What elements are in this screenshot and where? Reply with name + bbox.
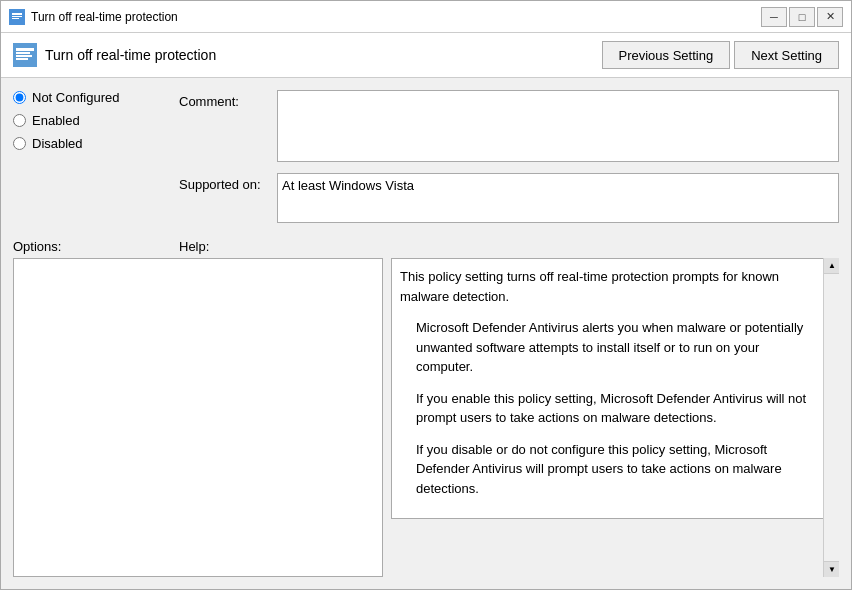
supported-field-row: Supported on: At least Windows Vista bbox=[179, 173, 839, 223]
svg-rect-8 bbox=[16, 58, 28, 60]
not-configured-label: Not Configured bbox=[32, 90, 119, 105]
minimize-button[interactable]: ─ bbox=[761, 7, 787, 27]
enabled-label: Enabled bbox=[32, 113, 80, 128]
not-configured-option[interactable]: Not Configured bbox=[13, 90, 163, 105]
scroll-track bbox=[824, 274, 839, 561]
dialog-title: Turn off real-time protection bbox=[45, 47, 216, 63]
right-fields-section: Comment: Supported on: At least Windows … bbox=[179, 90, 839, 223]
bottom-section: This policy setting turns off real-time … bbox=[1, 258, 851, 589]
title-bar: Turn off real-time protection ─ □ ✕ bbox=[1, 1, 851, 33]
header-icon bbox=[13, 43, 37, 67]
help-box: This policy setting turns off real-time … bbox=[391, 258, 839, 519]
comment-label: Comment: bbox=[179, 90, 269, 109]
help-paragraph-1: This policy setting turns off real-time … bbox=[400, 267, 818, 306]
section-labels: Options: Help: bbox=[1, 235, 851, 258]
help-section-label: Help: bbox=[179, 239, 209, 254]
comment-container bbox=[277, 90, 839, 165]
supported-container: At least Windows Vista bbox=[277, 173, 839, 223]
window-icon bbox=[9, 9, 25, 25]
dialog-header-left: Turn off real-time protection bbox=[13, 43, 216, 67]
close-button[interactable]: ✕ bbox=[817, 7, 843, 27]
supported-label: Supported on: bbox=[179, 173, 269, 192]
comment-textarea[interactable] bbox=[277, 90, 839, 162]
svg-rect-1 bbox=[12, 13, 22, 15]
header-buttons: Previous Setting Next Setting bbox=[602, 41, 840, 69]
supported-value: At least Windows Vista bbox=[277, 173, 839, 223]
dialog-header: Turn off real-time protection Previous S… bbox=[1, 33, 851, 78]
window-controls: ─ □ ✕ bbox=[761, 7, 843, 27]
main-window: Turn off real-time protection ─ □ ✕ Turn… bbox=[0, 0, 852, 590]
help-paragraph-4: If you disable or do not configure this … bbox=[416, 440, 818, 499]
svg-rect-5 bbox=[16, 48, 34, 51]
content-area: Not Configured Enabled Disabled Comment: bbox=[1, 78, 851, 589]
configuration-radio-group: Not Configured Enabled Disabled bbox=[13, 90, 163, 223]
comment-field-row: Comment: bbox=[179, 90, 839, 165]
svg-rect-6 bbox=[16, 52, 30, 54]
help-box-wrapper: This policy setting turns off real-time … bbox=[391, 258, 839, 577]
next-setting-button[interactable]: Next Setting bbox=[734, 41, 839, 69]
scroll-up-button[interactable]: ▲ bbox=[824, 258, 839, 274]
disabled-label: Disabled bbox=[32, 136, 83, 151]
help-paragraph-3: If you enable this policy setting, Micro… bbox=[416, 389, 818, 428]
options-box bbox=[13, 258, 383, 577]
disabled-radio[interactable] bbox=[13, 137, 26, 150]
disabled-option[interactable]: Disabled bbox=[13, 136, 163, 151]
svg-rect-3 bbox=[12, 18, 19, 19]
svg-rect-7 bbox=[16, 55, 32, 57]
maximize-button[interactable]: □ bbox=[789, 7, 815, 27]
svg-rect-2 bbox=[12, 16, 22, 17]
enabled-radio[interactable] bbox=[13, 114, 26, 127]
help-scrollbar: ▲ ▼ bbox=[823, 258, 839, 577]
scroll-down-button[interactable]: ▼ bbox=[824, 561, 839, 577]
options-section-label: Options: bbox=[13, 239, 163, 254]
top-section: Not Configured Enabled Disabled Comment: bbox=[1, 78, 851, 235]
not-configured-radio[interactable] bbox=[13, 91, 26, 104]
window-title: Turn off real-time protection bbox=[31, 10, 755, 24]
help-paragraph-2: Microsoft Defender Antivirus alerts you … bbox=[416, 318, 818, 377]
previous-setting-button[interactable]: Previous Setting bbox=[602, 41, 731, 69]
enabled-option[interactable]: Enabled bbox=[13, 113, 163, 128]
